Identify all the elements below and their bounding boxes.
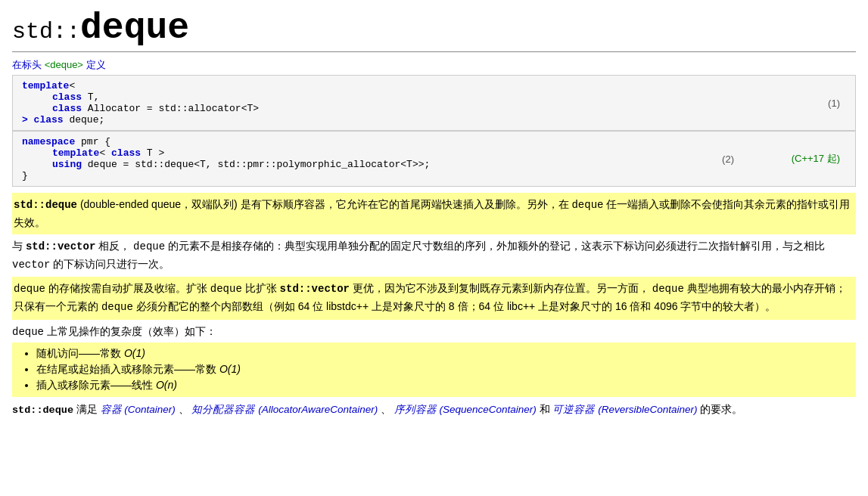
title-namespace: std:: [12, 19, 80, 45]
badge-1: (1) [828, 98, 840, 109]
list-item-2: 在结尾或起始插入或移除元素——常数 O(1) [36, 363, 847, 377]
cpp17-badge: (C++17 起) [792, 152, 840, 166]
code-block-2: namespace pmr { template< class T > usin… [12, 132, 856, 187]
list-item-3: 插入或移除元素——线性 O(n) [36, 379, 847, 392]
link-allocator-aware[interactable]: 知分配器容器 (AllocatorAwareContainer) [191, 404, 378, 415]
link-reversible[interactable]: 可逆容器 (ReversibleContainer) [552, 404, 697, 415]
link-sequence[interactable]: 序列容器 (SequenceContainer) [394, 404, 537, 415]
title-name: deque [80, 8, 189, 48]
list-item-1: 随机访问——常数 O(1) [36, 347, 847, 361]
badge-2: (2) [722, 153, 734, 165]
desc-3: deque 的存储按需自动扩展及收缩。扩张 deque 比扩张 std::vec… [12, 277, 856, 319]
link-container[interactable]: 容器 (Container) [101, 404, 176, 415]
header-tag: <deque> [45, 59, 83, 70]
desc-1: std::deque (double-ended queue，双端队列) 是有下… [12, 193, 856, 234]
complexity-list: 随机访问——常数 O(1) 在结尾或起始插入或移除元素——常数 O(1) 插入或… [12, 343, 856, 397]
header-note: 在标头 <deque> 定义 [12, 58, 856, 72]
desc-4: deque 上常见操作的复杂度（效率）如下： [12, 323, 856, 341]
page-title: std:: deque [12, 8, 856, 52]
code-block-1: template< class T, class Allocator = std… [12, 75, 856, 131]
desc-2: 与 std::vector 相反， deque 的元素不是相接存储的：典型实现用… [12, 237, 856, 274]
bottom-note: std::deque 满足 容器 (Container) 、 知分配器容器 (A… [12, 401, 856, 420]
